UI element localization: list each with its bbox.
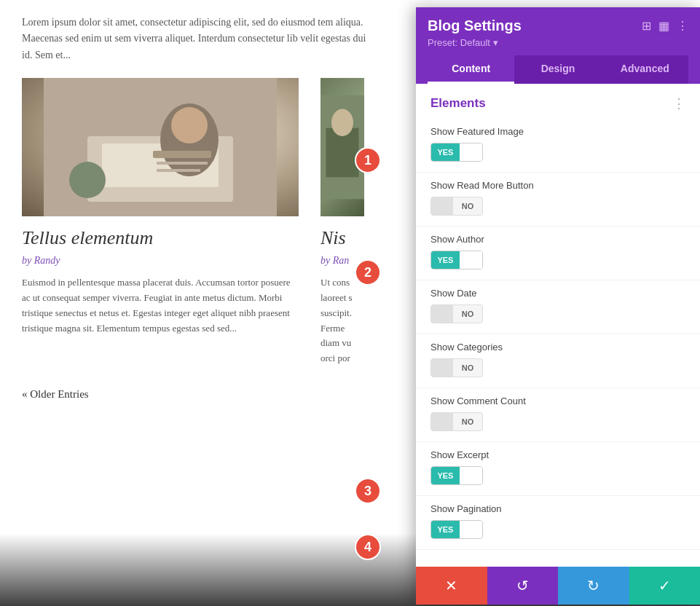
post-author-1: by Randy	[22, 255, 299, 267]
toggle-featured-image-label: Show Featured Image	[430, 126, 685, 137]
cancel-button[interactable]: ✕	[416, 567, 487, 605]
toggle-no-label	[460, 143, 482, 161]
blog-post-2: Nis by Ran Ut cons laoreet s suscipit. F…	[320, 78, 364, 366]
blog-post-1: Tellus elementum by Randy Euismod in pel…	[22, 78, 299, 366]
toggle-read-more: Show Read More Button NO	[416, 173, 700, 227]
toggle-yes-author: YES	[431, 251, 460, 269]
toggle-comment-count: Show Comment Count NO	[416, 388, 700, 442]
svg-point-4	[171, 107, 208, 143]
section-menu-icon[interactable]: ⋮	[672, 95, 685, 111]
panel-title-row: Blog Settings ⊞ ▦ ⋮	[428, 17, 688, 34]
toggle-pagination: Show Pagination YES	[416, 496, 700, 550]
step-badge-2: 2	[355, 259, 381, 286]
toggle-featured-image-switch[interactable]: YES	[430, 143, 483, 162]
toggle-read-more-label: Show Read More Button	[430, 180, 685, 191]
toggle-yes-pagination: YES	[431, 521, 460, 538]
toggle-author-label: Show Author	[430, 234, 685, 245]
redo-icon: ↻	[587, 577, 599, 594]
panel-title: Blog Settings	[428, 17, 522, 34]
preset-selector[interactable]: Preset: Default ▾	[428, 37, 688, 48]
panel-tabs: Content Design Advanced	[428, 55, 688, 84]
post-title-2: Nis	[320, 227, 364, 249]
post-excerpt-1: Euismod in pellentesque massa placerat d…	[22, 275, 299, 336]
redo-button[interactable]: ↻	[558, 567, 629, 605]
step-badge-1: 1	[355, 147, 381, 173]
toggle-pagination-switch[interactable]: YES	[430, 520, 483, 539]
toggle-pagination-label: Show Pagination	[430, 503, 685, 514]
toggle-comment-count-label: Show Comment Count	[430, 396, 685, 406]
toggle-no-excerpt	[460, 467, 482, 484]
toggle-excerpt-switch[interactable]: YES	[430, 466, 483, 485]
toggle-categories-switch[interactable]: NO	[430, 358, 483, 377]
toggle-cat-off-left	[431, 359, 453, 377]
toggle-featured-image: Show Featured Image YES	[416, 119, 700, 173]
save-icon: ✓	[658, 577, 671, 594]
toggle-comment-count-switch[interactable]: NO	[430, 412, 483, 431]
toggle-categories-label: Show Categories	[430, 342, 685, 353]
blog-settings-panel: Blog Settings ⊞ ▦ ⋮ Preset: Default ▾ Co…	[416, 7, 700, 605]
tab-design[interactable]: Design	[514, 55, 601, 84]
more-icon[interactable]: ⋮	[677, 19, 688, 33]
columns-icon[interactable]: ▦	[658, 19, 669, 33]
svg-point-11	[331, 109, 353, 137]
toggle-excerpt: Show Excerpt YES	[416, 442, 700, 496]
undo-icon: ↺	[516, 577, 529, 594]
toggle-cat-no: NO	[453, 359, 482, 377]
post-title-1: Tellus elementum	[22, 227, 299, 249]
cancel-icon: ✕	[445, 577, 457, 594]
toggle-read-more-switch[interactable]: NO	[430, 197, 483, 216]
toggle-no-active: NO	[453, 197, 482, 215]
elements-section-header: Elements ⋮	[416, 84, 700, 119]
undo-button[interactable]: ↺	[487, 567, 559, 605]
post-image-1	[22, 78, 299, 216]
toggle-no-pagination	[460, 521, 482, 538]
tab-advanced[interactable]: Advanced	[602, 55, 688, 84]
elements-section-title: Elements	[430, 96, 486, 111]
toggle-excerpt-label: Show Excerpt	[430, 449, 685, 460]
toggle-date: Show Date NO	[416, 280, 700, 334]
toggle-date-no: NO	[453, 305, 482, 323]
step-badge-4: 4	[355, 534, 381, 560]
panel-header: Blog Settings ⊞ ▦ ⋮ Preset: Default ▾ Co…	[416, 7, 700, 84]
svg-rect-5	[153, 151, 211, 158]
post-image-2-visual	[320, 78, 364, 216]
toggle-date-label: Show Date	[430, 288, 685, 299]
toggle-author: Show Author YES	[416, 227, 700, 280]
toggle-categories: Show Categories NO	[416, 334, 700, 388]
save-button[interactable]: ✓	[629, 567, 701, 605]
post-excerpt-2: Ut cons laoreet s suscipit. Ferme diam v…	[320, 275, 364, 366]
tab-content[interactable]: Content	[428, 55, 514, 84]
toggle-date-off-left	[431, 305, 453, 323]
svg-rect-7	[157, 169, 200, 172]
blog-intro: Lorem ipsum dolor sit amet, consectetur …	[22, 15, 379, 63]
toggle-no-author	[460, 251, 482, 269]
step-badge-3: 3	[355, 478, 381, 504]
svg-rect-6	[157, 162, 208, 165]
svg-point-8	[69, 162, 106, 198]
toggle-yes-label: YES	[431, 143, 460, 161]
toggle-comment-off-left	[431, 413, 453, 430]
toggle-off-left	[431, 197, 453, 215]
toggle-date-switch[interactable]: NO	[430, 304, 483, 323]
toggle-comment-no: NO	[453, 413, 482, 430]
post-image-2	[320, 78, 364, 216]
window-icon[interactable]: ⊞	[642, 19, 651, 33]
panel-header-icons: ⊞ ▦ ⋮	[642, 19, 688, 33]
toggle-yes-excerpt: YES	[431, 467, 460, 484]
panel-body: Elements ⋮ Show Featured Image YES Show …	[416, 84, 700, 567]
toggle-author-switch[interactable]: YES	[430, 251, 483, 269]
post-image-1-visual	[22, 78, 299, 216]
panel-footer: ✕ ↺ ↻ ✓	[416, 567, 700, 605]
